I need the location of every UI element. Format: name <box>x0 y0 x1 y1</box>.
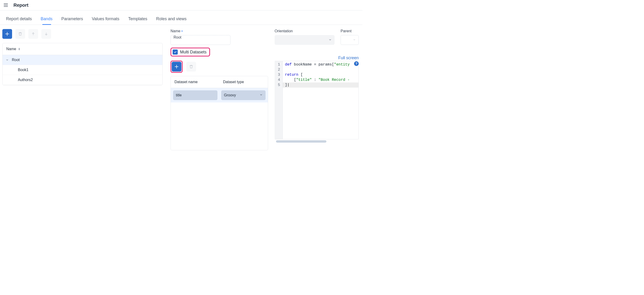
dataset-type-header: Dataset type <box>219 76 268 88</box>
band-row-label: Authors2 <box>5 78 33 82</box>
chevron-down-icon <box>260 93 263 97</box>
band-row[interactable]: Book1 <box>2 65 162 75</box>
dataset-name-header: Dataset name <box>171 76 219 88</box>
full-screen-link[interactable]: Full screen <box>338 56 359 60</box>
add-dataset-button[interactable] <box>172 62 182 72</box>
name-field-label: Name• <box>170 29 230 33</box>
name-field[interactable]: Root <box>170 35 230 45</box>
dataset-type-select[interactable]: Groovy <box>221 90 266 100</box>
band-row-label: Book1 <box>5 68 28 72</box>
sort-icon: ▲▼ <box>18 48 20 50</box>
band-tree-table: Name ▲▼ RootBook1Authors2 <box>2 43 163 85</box>
chevron-down-icon <box>328 38 332 42</box>
band-row[interactable]: Authors2 <box>2 75 162 85</box>
code-horizontal-scrollbar[interactable] <box>276 140 357 142</box>
orientation-field-label: Orientation <box>274 29 334 33</box>
multi-datasets-checkbox[interactable]: Multi Datasets <box>170 48 210 56</box>
code-gutter: 12345 <box>274 61 283 139</box>
band-tree-header[interactable]: Name ▲▼ <box>2 43 162 55</box>
multi-datasets-label: Multi Datasets <box>180 50 206 54</box>
help-icon[interactable]: ? <box>354 61 359 66</box>
move-up-button[interactable] <box>28 29 38 39</box>
page-title: Report <box>14 2 28 8</box>
delete-band-button[interactable] <box>15 29 25 39</box>
band-row-label: Root <box>12 58 20 62</box>
chevron-down-icon <box>353 38 356 42</box>
band-tree-column-name: Name <box>6 47 16 51</box>
delete-dataset-button[interactable] <box>186 62 196 72</box>
hamburger-menu-icon[interactable] <box>4 2 9 8</box>
tab-roles-and-views[interactable]: Roles and views <box>155 14 188 24</box>
move-down-button[interactable] <box>41 29 51 39</box>
tab-bands[interactable]: Bands <box>39 14 54 24</box>
dataset-name-field[interactable]: title <box>173 90 218 100</box>
tabs-bar: Report detailsBandsParametersValues form… <box>0 14 362 25</box>
tab-values-formats[interactable]: Values formats <box>90 14 121 24</box>
parent-select[interactable] <box>340 35 359 45</box>
add-band-button[interactable] <box>2 29 12 39</box>
orientation-select[interactable] <box>274 35 334 45</box>
chevron-down-icon[interactable] <box>5 58 9 62</box>
code-editor[interactable]: ? 12345 def bookName = params["entityret… <box>274 61 359 142</box>
check-icon <box>172 50 178 54</box>
tab-report-details[interactable]: Report details <box>5 14 33 24</box>
parent-field-label: Parent <box>340 29 359 33</box>
band-row[interactable]: Root <box>2 55 162 65</box>
add-dataset-highlight <box>170 61 182 73</box>
tab-templates[interactable]: Templates <box>127 14 149 24</box>
dataset-row[interactable]: titleGroovy <box>171 88 268 102</box>
datasets-table: Dataset name Dataset type titleGroovy <box>170 76 268 150</box>
tab-parameters[interactable]: Parameters <box>60 14 84 24</box>
